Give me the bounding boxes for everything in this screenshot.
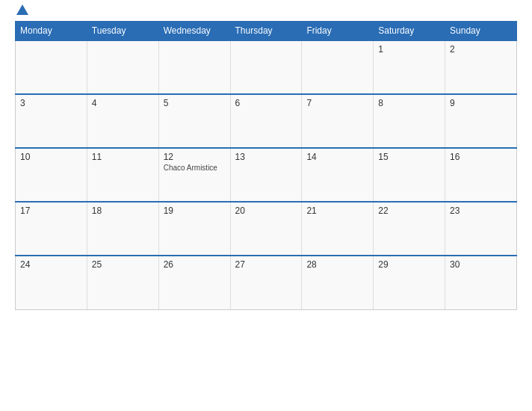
- calendar-cell: 22: [374, 202, 445, 256]
- calendar-cell: 15: [374, 148, 445, 202]
- day-number: 25: [92, 259, 102, 270]
- calendar-week-row: 12: [16, 40, 517, 94]
- calendar-cell: 30: [445, 256, 517, 309]
- calendar-cell: 26: [158, 256, 230, 309]
- calendar-cell: 24: [16, 256, 87, 309]
- day-number: 19: [164, 206, 173, 216]
- day-number: 5: [164, 98, 169, 108]
- calendar-header: MondayTuesdayWednesdayThursdayFridaySatu…: [16, 22, 517, 41]
- calendar-cell: 3: [16, 94, 87, 148]
- day-number: 10: [20, 152, 30, 162]
- weekday-header-monday: Monday: [16, 22, 87, 41]
- calendar-cell: 23: [445, 202, 517, 256]
- event-label: Chaco Armistice: [164, 164, 217, 172]
- calendar-cell: 21: [302, 202, 374, 256]
- weekday-header-tuesday: Tuesday: [87, 22, 158, 41]
- weekday-header-sunday: Sunday: [445, 22, 517, 41]
- calendar-cell: [230, 40, 302, 94]
- day-number: 4: [92, 98, 97, 108]
- day-number: 11: [92, 152, 102, 162]
- calendar-week-row: 101112Chaco Armistice13141516: [16, 148, 517, 202]
- logo-top: [15, 7, 28, 15]
- logo-wrapper: [15, 7, 28, 15]
- calendar-cell: 4: [87, 94, 158, 148]
- calendar-cell: 2: [445, 40, 517, 94]
- day-number: 27: [235, 259, 245, 270]
- weekday-header-thursday: Thursday: [230, 22, 302, 41]
- calendar-cell: 6: [230, 94, 302, 148]
- calendar-cell: 20: [230, 202, 302, 256]
- calendar-cell: 7: [302, 94, 374, 148]
- day-number: 13: [235, 152, 245, 162]
- calendar-cell: 10: [16, 148, 87, 202]
- day-number: 24: [20, 259, 30, 270]
- weekday-header-friday: Friday: [302, 22, 374, 41]
- day-number: 3: [20, 98, 25, 108]
- calendar-cell: 29: [374, 256, 445, 309]
- day-number: 17: [20, 206, 30, 216]
- day-number: 14: [306, 152, 316, 162]
- day-number: 8: [378, 98, 383, 108]
- day-number: 20: [235, 206, 245, 216]
- day-number: 9: [450, 98, 455, 108]
- weekday-header-row: MondayTuesdayWednesdayThursdayFridaySatu…: [16, 22, 517, 41]
- day-number: 26: [164, 259, 173, 270]
- weekday-header-wednesday: Wednesday: [158, 22, 230, 41]
- calendar-cell: 8: [374, 94, 445, 148]
- calendar-week-row: 24252627282930: [16, 256, 517, 309]
- day-number: 7: [306, 98, 312, 108]
- calendar-cell: 16: [445, 148, 517, 202]
- calendar-week-row: 17181920212223: [16, 202, 517, 256]
- day-number: 2: [450, 44, 455, 55]
- day-number: 30: [450, 259, 460, 270]
- calendar-cell: [87, 40, 158, 94]
- calendar-cell: [302, 40, 374, 94]
- logo-triangle-icon: [16, 4, 28, 15]
- calendar-body: 123456789101112Chaco Armistice1314151617…: [16, 40, 517, 309]
- calendar-cell: [16, 40, 87, 94]
- calendar-cell: 9: [445, 94, 517, 148]
- calendar-cell: 27: [230, 256, 302, 309]
- calendar-cell: 28: [302, 256, 374, 309]
- calendar-cell: 1: [374, 40, 445, 94]
- page: MondayTuesdayWednesdayThursdayFridaySatu…: [0, 0, 532, 411]
- weekday-header-saturday: Saturday: [374, 22, 445, 41]
- day-number: 22: [378, 206, 388, 216]
- header: [15, 7, 517, 15]
- calendar-week-row: 3456789: [16, 94, 517, 148]
- logo: [15, 7, 28, 15]
- day-number: 18: [92, 206, 102, 216]
- calendar-cell: 19: [158, 202, 230, 256]
- calendar-cell: 11: [87, 148, 158, 202]
- calendar-cell: 14: [302, 148, 374, 202]
- calendar-cell: 13: [230, 148, 302, 202]
- day-number: 1: [378, 44, 383, 55]
- day-number: 28: [306, 259, 316, 270]
- calendar-cell: 12Chaco Armistice: [158, 148, 230, 202]
- day-number: 23: [450, 206, 460, 216]
- calendar-cell: 18: [87, 202, 158, 256]
- day-number: 12: [164, 152, 173, 162]
- calendar-cell: 25: [87, 256, 158, 309]
- calendar-table: MondayTuesdayWednesdayThursdayFridaySatu…: [15, 21, 517, 310]
- day-number: 6: [235, 98, 241, 108]
- day-number: 21: [306, 206, 316, 216]
- day-number: 15: [378, 152, 388, 162]
- day-number: 29: [378, 259, 388, 270]
- calendar-cell: 5: [158, 94, 230, 148]
- day-number: 16: [450, 152, 460, 162]
- calendar-cell: [158, 40, 230, 94]
- calendar-cell: 17: [16, 202, 87, 256]
